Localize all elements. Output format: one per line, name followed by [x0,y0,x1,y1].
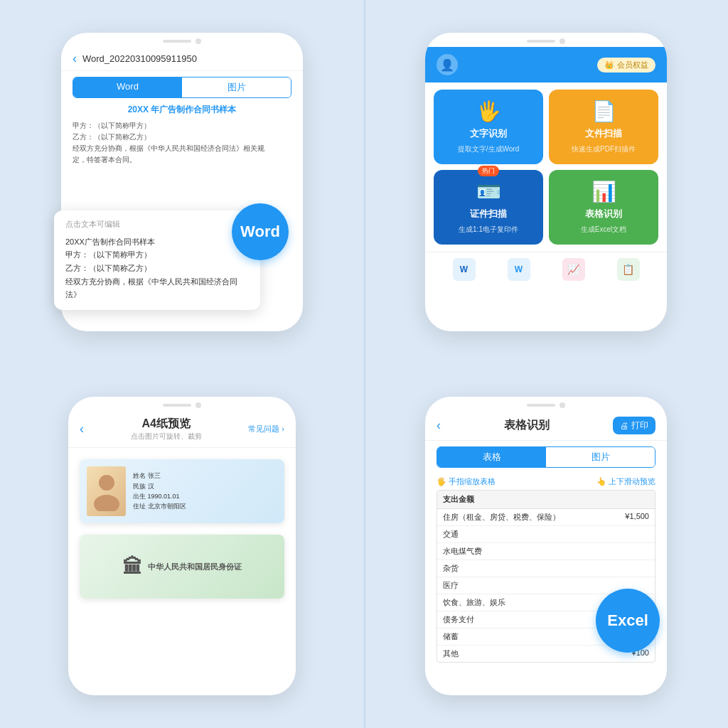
pdf-sub: 快速生成PDF扫描件 [572,144,636,154]
card-line-1: 甲方：（以下简称甲方） [65,248,249,262]
cell-table[interactable]: 📊 表格识别 生成Excel文档 [549,170,658,245]
quadrant-word: ‹ Word_20220310095911950 Word 图片 20XX 年广… [0,0,364,364]
q3-title: A4纸预览 [131,417,202,432]
q4-back-icon[interactable]: ‹ [437,418,441,433]
bottom-icon-2[interactable]: W [508,258,530,281]
svg-point-1 [94,495,119,511]
print-button[interactable]: 🖨 打印 [613,417,655,434]
feature-grid: 🖐 文字识别 提取文字/生成Word 📄 文件扫描 快速生成PDF扫描件 热门 … [425,82,667,252]
tab-image-q4[interactable]: 图片 [546,447,655,467]
phone-notch-2 [425,33,667,47]
cell-wrap-id: 热门 🪪 证件扫描 生成1:1电子复印件 [434,170,543,245]
word-badge: Word [232,203,289,260]
id-emblem: 🏛 [122,555,142,579]
notch-bar-4 [527,404,555,407]
tab-table[interactable]: 表格 [437,447,546,467]
q2-header: 👤 👑 会员权益 [425,47,667,82]
id-info-line-3: 出生 1990.01.01 [133,491,186,501]
phone-menu: 👤 👑 会员权益 🖐 文字识别 提取文字/生成Word 📄 文件扫描 [425,33,667,331]
table-sub: 生成Excel文档 [581,225,626,235]
table-row-0: 住房（租金、房贷、税费、保险） ¥1,500 [437,509,655,526]
notch-dot [196,38,201,44]
id-cards-container: 姓名 张三 民族 汉 出生 1990.01.01 住址 北京市朝阳区 🏛 中华人… [68,448,296,610]
phone-notch-1 [61,33,303,47]
phone-notch-4 [425,397,667,411]
q1-header: ‹ Word_20220310095911950 [61,47,303,71]
id-info-line-4: 住址 北京市朝阳区 [133,501,186,511]
hint-scroll: 👆 上下滑动预览 [596,476,655,487]
row-label-4: 医疗 [443,580,459,591]
doc-line-4: 定，特签署本合同。 [73,154,291,166]
id-info-line-2: 民族 汉 [133,481,186,491]
vip-button[interactable]: 👑 会员权益 [597,58,655,73]
doc-line-2: 乙方：（以下简称乙方） [73,132,291,143]
id-info-line-1: 姓名 张三 [133,471,186,481]
tab-word[interactable]: Word [73,77,182,97]
doc-line-3: 经双方充分协商，根据《中华人民共和国经济合同法》相关规 [73,143,291,154]
vip-icon: 👑 [604,60,614,70]
q3-back-icon[interactable]: ‹ [80,422,84,437]
bottom-icon-3[interactable]: 📈 [562,258,585,281]
doc-lines: 甲方：（以下简称甲方） 乙方：（以下简称乙方） 经双方充分协商，根据《中华人民共… [61,120,303,166]
quadrant-table: ‹ 表格识别 🖨 打印 表格 图片 🖐 手指缩放表格 👆 上下滑动预览 支出金额… [364,364,728,728]
row-label-3: 杂货 [443,563,459,574]
id-photo [87,466,126,516]
q4-title: 表格识别 [504,418,550,433]
hot-badge: 热门 [478,166,499,176]
quadrant-menu: 👤 👑 会员权益 🖐 文字识别 提取文字/生成Word 📄 文件扫描 [364,0,728,364]
notch-bar-3 [163,404,191,407]
table-row-1: 交通 [437,526,655,543]
id-info-text: 姓名 张三 民族 汉 出生 1990.01.01 住址 北京市朝阳区 [133,471,186,512]
q1-filename: Word_20220310095911950 [82,53,291,64]
phone-id: ‹ A4纸预览 点击图片可旋转、裁剪 常见问题 › 姓名 张三 民族 汉 [68,397,296,695]
card-line-2: 乙方：（以下简称乙方） [65,262,249,275]
notch-bar [163,40,191,43]
avatar-icon[interactable]: 👤 [437,54,458,75]
id-card-back[interactable]: 🏛 中华人民共和国居民身份证 [80,535,284,599]
bottom-icon-4[interactable]: 📋 [617,258,640,281]
row-label-6: 债务支付 [443,614,474,625]
bottom-icons: W W 📈 📋 [425,252,667,287]
print-label: 打印 [631,419,648,432]
card-line-3: 经双方充分协商，根据《中华人民共和国经济合同法》 [65,275,249,301]
cell-ocr[interactable]: 🖐 文字识别 提取文字/生成Word [434,90,543,164]
cell-id[interactable]: 🪪 证件扫描 生成1:1电子复印件 [434,170,543,245]
notch-bar-2 [527,40,555,43]
cell-wrap-ocr: 🖐 文字识别 提取文字/生成Word [434,90,543,164]
q1-tab-group: Word 图片 [73,77,291,98]
phone-notch-3 [68,397,296,411]
id-title: 证件扫描 [470,208,507,220]
svg-point-0 [99,475,114,491]
notch-dot-2 [560,38,565,44]
bottom-icon-1[interactable]: W [453,258,476,281]
id-card-front[interactable]: 姓名 张三 民族 汉 出生 1990.01.01 住址 北京市朝阳区 [80,459,284,523]
vip-label: 会员权益 [617,60,648,70]
ocr-sub: 提取文字/生成Word [458,144,520,154]
row-label-1: 交通 [443,529,459,540]
id-sub: 生成1:1电子复印件 [459,225,518,235]
row-label-5: 饮食、旅游、娱乐 [443,597,505,608]
back-icon[interactable]: ‹ [73,51,77,66]
word-edit-card: 点击文本可编辑 20XX广告制作合同书样本 甲方：（以下简称甲方） 乙方：（以下… [54,210,260,310]
id-icon: 🪪 [476,180,501,203]
card-line-0: 20XX广告制作合同书样本 [65,235,249,249]
doc-line-1: 甲方：（以下简称甲方） [73,120,291,132]
cell-wrap-pdf: 📄 文件扫描 快速生成PDF扫描件 [549,90,658,164]
id-back-label: 中华人民共和国居民身份证 [148,562,242,572]
cell-pdf[interactable]: 📄 文件扫描 快速生成PDF扫描件 [549,90,658,164]
pdf-icon: 📄 [592,100,616,123]
quadrant-id-scan: ‹ A4纸预览 点击图片可旋转、裁剪 常见问题 › 姓名 张三 民族 汉 [0,364,364,728]
excel-badge: Excel [596,589,660,653]
doc-title: 20XX 年广告制作合同书样本 [73,104,291,116]
table-row-2: 水电煤气费 [437,543,655,560]
notch-dot-3 [196,402,201,408]
faq-link[interactable]: 常见问题 › [248,424,284,434]
q3-header: ‹ A4纸预览 点击图片可旋转、裁剪 常见问题 › [68,411,296,448]
row-label-8: 其他 [443,648,459,659]
q3-subtitle: 点击图片可旋转、裁剪 [131,432,202,441]
ocr-icon: 🖐 [476,100,501,123]
q4-hints: 🖐 手指缩放表格 👆 上下滑动预览 [425,473,667,490]
card-content: 20XX广告制作合同书样本 甲方：（以下简称甲方） 乙方：（以下简称乙方） 经双… [65,235,249,301]
table-header: 支出金额 [437,491,655,509]
tab-image[interactable]: 图片 [182,77,291,97]
